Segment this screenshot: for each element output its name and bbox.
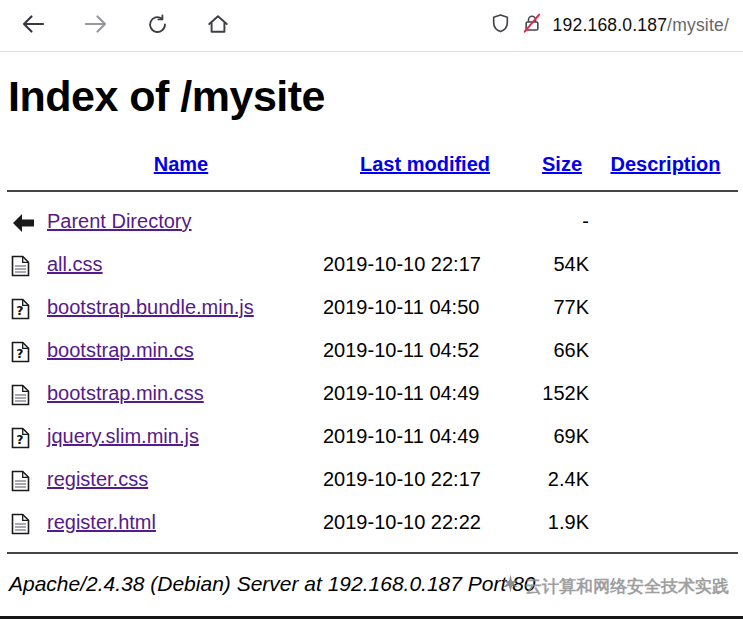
file-description (593, 458, 738, 501)
page-title: Index of /mysite (8, 72, 737, 121)
unknown-icon: ? (11, 427, 30, 449)
table-row: register.html 2019-10-10 22:22 1.9K (7, 501, 738, 544)
url-host: 192.168.0.187 (553, 15, 668, 35)
forward-button[interactable] (81, 11, 111, 40)
watermark-text: 云计算和网络安全技术实践 (525, 575, 729, 598)
back-button[interactable] (18, 11, 48, 40)
file-size: 77K (531, 286, 593, 329)
watermark-logo-icon (501, 574, 520, 598)
file-table-body: Parent Directory - all.css 2019-10-10 22… (7, 200, 738, 544)
table-row: ? bootstrap.min.cs 2019-10-11 04:52 66K (7, 329, 738, 372)
file-description (593, 415, 738, 458)
file-size: - (531, 200, 593, 243)
sort-last-modified-link[interactable]: Last modified (360, 153, 490, 175)
file-modified: 2019-10-10 22:22 (319, 501, 531, 544)
browser-toolbar: 192.168.0.187/mysite/ (0, 0, 743, 52)
sort-name-link[interactable]: Name (154, 153, 208, 175)
text-icon (11, 513, 30, 535)
text-icon (11, 384, 30, 406)
file-description (593, 372, 738, 415)
file-size: 152K (531, 372, 593, 415)
table-row: ? bootstrap.bundle.min.js 2019-10-11 04:… (7, 286, 738, 329)
table-row: all.css 2019-10-10 22:17 54K (7, 243, 738, 286)
footer-rule-row (7, 544, 738, 562)
footer-rule (7, 552, 738, 554)
file-size: 54K (531, 243, 593, 286)
forward-arrow-icon (84, 14, 108, 37)
table-row: register.css 2019-10-10 22:17 2.4K (7, 458, 738, 501)
file-link[interactable]: all.css (47, 253, 103, 275)
table-row: bootstrap.min.css 2019-10-11 04:49 152K (7, 372, 738, 415)
insecure-lock-strikethrough-icon[interactable] (522, 13, 542, 38)
table-row: Parent Directory - (7, 200, 738, 243)
table-row: ? jquery.slim.min.js 2019-10-11 04:49 69… (7, 415, 738, 458)
sort-size-link[interactable]: Size (542, 153, 582, 175)
svg-text:?: ? (16, 346, 23, 361)
text-icon (11, 470, 30, 492)
file-modified: 2019-10-10 22:17 (319, 243, 531, 286)
home-icon (207, 13, 229, 38)
file-link[interactable]: bootstrap.bundle.min.js (47, 296, 254, 318)
file-size: 1.9K (531, 501, 593, 544)
home-button[interactable] (204, 10, 232, 41)
file-description (593, 329, 738, 372)
file-link[interactable]: bootstrap.min.cs (47, 339, 194, 361)
tracking-protection-shield-icon[interactable] (490, 13, 511, 38)
file-description (593, 286, 738, 329)
refresh-button[interactable] (144, 11, 171, 41)
svg-text:?: ? (16, 303, 23, 318)
file-size: 69K (531, 415, 593, 458)
nav-button-group (10, 10, 232, 41)
file-modified (319, 200, 531, 243)
table-header-row: Name Last modified Size Description (7, 147, 738, 182)
unknown-icon: ? (11, 341, 30, 363)
text-icon (11, 255, 30, 277)
watermark: 云计算和网络安全技术实践 (501, 574, 729, 598)
file-link[interactable]: register.html (47, 511, 156, 533)
file-description (593, 243, 738, 286)
header-rule (7, 190, 738, 192)
svg-text:?: ? (16, 432, 23, 447)
file-modified: 2019-10-11 04:52 (319, 329, 531, 372)
file-modified: 2019-10-11 04:49 (319, 415, 531, 458)
unknown-icon: ? (11, 298, 30, 320)
back-icon (11, 213, 36, 233)
browser-window: 192.168.0.187/mysite/ Index of /mysite N… (0, 0, 743, 596)
file-modified: 2019-10-10 22:17 (319, 458, 531, 501)
column-icon-header (7, 147, 43, 182)
file-description (593, 200, 738, 243)
header-rule-row (7, 182, 738, 200)
file-modified: 2019-10-11 04:49 (319, 372, 531, 415)
file-size: 66K (531, 329, 593, 372)
file-modified: 2019-10-11 04:50 (319, 286, 531, 329)
file-size: 2.4K (531, 458, 593, 501)
sort-description-link[interactable]: Description (610, 153, 720, 175)
file-description (593, 501, 738, 544)
refresh-icon (147, 14, 168, 38)
file-link[interactable]: Parent Directory (47, 210, 192, 232)
page-content: Index of /mysite Name Last modified Size… (0, 52, 743, 596)
file-table: Name Last modified Size Description Pare… (7, 147, 738, 562)
back-arrow-icon (21, 14, 45, 37)
url-text: 192.168.0.187/mysite/ (553, 15, 729, 36)
url-bar[interactable]: 192.168.0.187/mysite/ (490, 13, 731, 38)
url-path: /mysite/ (667, 15, 729, 35)
file-link[interactable]: register.css (47, 468, 148, 490)
file-link[interactable]: jquery.slim.min.js (47, 425, 199, 447)
file-link[interactable]: bootstrap.min.css (47, 382, 204, 404)
